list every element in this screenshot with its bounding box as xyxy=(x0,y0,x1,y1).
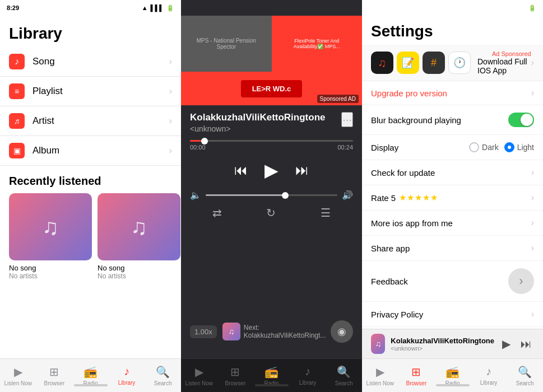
mini-play-button[interactable]: ▶ xyxy=(500,335,513,353)
settings-blur[interactable]: Blur background playing xyxy=(362,105,543,135)
share-chevron-icon: › xyxy=(531,243,534,253)
feedback-arrow-icon: › xyxy=(519,274,523,288)
ad-button[interactable]: LE>R WD.c xyxy=(241,80,303,97)
settings-update[interactable]: Check for update › xyxy=(362,160,543,185)
player-more-button[interactable]: ··· xyxy=(341,112,353,127)
status-bar-library: 8:29 ▲ ▌▌▌ 🔋 xyxy=(0,0,181,16)
signal-icon: ▌▌▌ xyxy=(151,4,164,11)
recently-thumb-1: ♫ xyxy=(9,193,92,260)
more-apps-chevron-icon: › xyxy=(531,218,534,228)
display-light-option[interactable]: Light xyxy=(504,142,534,152)
ad-sponsored-text: Ad Sponsored xyxy=(477,50,531,57)
next-track-icon: ♫ xyxy=(222,323,240,340)
dark-radio[interactable] xyxy=(469,142,479,152)
wifi-icon: ▲ xyxy=(142,4,148,11)
blur-label: Blur background playing xyxy=(371,115,508,125)
display-options: Dark Light xyxy=(469,142,534,152)
browser-icon: ⊞ xyxy=(49,365,59,379)
recently-artist-2: No artists xyxy=(98,272,180,280)
display-dark-option[interactable]: Dark xyxy=(469,142,499,152)
search-nav-icon: 🔍 xyxy=(156,365,170,379)
status-time-library: 8:29 xyxy=(7,4,19,11)
settings-ad-row[interactable]: ♫ 📝 # 🕐 Ad Sponsored Download Full IOS A… xyxy=(362,45,543,81)
radio-icon: 📻 xyxy=(83,365,98,379)
display-label: Display xyxy=(371,143,469,152)
play-button[interactable]: ▶ xyxy=(264,160,279,181)
library-item-artist[interactable]: ♬ Artist › xyxy=(0,106,181,136)
rate-label: Rate 5 xyxy=(371,193,396,203)
ad-info: Ad Sponsored Download Full IOS App xyxy=(477,50,531,75)
more-apps-label: More ios app from me xyxy=(371,218,531,228)
song-icon: ♪ xyxy=(9,54,25,69)
feedback-circle[interactable]: › xyxy=(508,268,534,294)
player-search-icon: 🔍 xyxy=(337,365,351,379)
upgrade-row[interactable]: Upgrade pro version › xyxy=(362,81,543,105)
volume-track[interactable] xyxy=(206,194,337,196)
shuffle-button[interactable]: ⇄ xyxy=(212,206,222,220)
status-time-player: 8:30 xyxy=(369,4,381,11)
playlist-chevron-icon: › xyxy=(169,86,172,96)
player-radio-icon: 📻 xyxy=(264,365,279,379)
battery-icon: 🔋 xyxy=(166,4,174,12)
mini-forward-button[interactable]: ⏭ xyxy=(518,335,534,353)
progress-bar[interactable]: 00:00 00:24 xyxy=(190,140,353,151)
ad-chevron-icon: › xyxy=(531,58,534,68)
stars: ★★★★★ xyxy=(399,193,438,203)
library-nav-icon: ♪ xyxy=(124,365,129,378)
library-title: Library xyxy=(0,18,181,47)
settings-privacy[interactable]: Privacy Policy › xyxy=(362,302,543,327)
speed-button[interactable]: 1.00x xyxy=(190,325,217,338)
settings-feedback[interactable]: Feedback › xyxy=(362,261,543,302)
recently-song-1: No song xyxy=(9,264,92,272)
mini-player-icon: ♫ xyxy=(371,334,385,354)
library-item-playlist[interactable]: ≡ Playlist › xyxy=(0,77,181,106)
library-item-song[interactable]: ♪ Song › xyxy=(0,47,181,77)
settings-mini-player[interactable]: ♫ KolakkuzhalViliKettoRingtone <unknown>… xyxy=(362,329,543,358)
volume-row: 🔈 🔊 xyxy=(190,190,353,200)
settings-listen-icon: ▶ xyxy=(376,365,384,379)
volume-thumb[interactable] xyxy=(282,192,289,199)
forward-button[interactable]: ⏭ xyxy=(295,162,309,178)
settings-more-apps[interactable]: More ios app from me › xyxy=(362,211,543,236)
app-icon-calc: # xyxy=(423,52,445,74)
upgrade-label: Upgrade pro version xyxy=(371,88,531,98)
home-bar-player xyxy=(255,384,289,386)
artist-chevron-icon: › xyxy=(169,116,172,126)
home-bar-settings xyxy=(436,384,470,386)
float-button[interactable]: ◉ xyxy=(331,320,353,343)
library-item-album[interactable]: ▣ Album › xyxy=(0,136,181,166)
ad-app-icons: ♫ 📝 # 🕐 xyxy=(371,52,471,74)
settings-rate[interactable]: Rate 5 ★★★★★ › xyxy=(362,185,543,211)
settings-panel: 8:30 ▲ ▌▌▌ 🔋 Settings ♫ 📝 # 🕐 Ad Sponsor… xyxy=(362,0,543,392)
mini-player-info: KolakkuzhalViliKettoRingtone <unknown> xyxy=(391,337,494,352)
song-label: Song xyxy=(33,56,169,67)
extra-controls: ⇄ ↻ ☰ xyxy=(190,206,353,220)
settings-share[interactable]: Share app › xyxy=(362,236,543,261)
volume-high-icon: 🔊 xyxy=(342,190,353,200)
album-chevron-icon: › xyxy=(169,146,172,156)
recently-card-1[interactable]: ♫ No song No artists xyxy=(9,193,92,280)
album-icon: ▣ xyxy=(9,143,25,158)
settings-title: Settings xyxy=(362,16,543,45)
recently-card-2[interactable]: ♫ No song No artists xyxy=(98,193,180,280)
progress-thumb[interactable] xyxy=(201,138,208,144)
player-listen-icon: ▶ xyxy=(195,365,203,379)
ad-download-text: Download Full IOS App xyxy=(477,57,531,75)
ad-banner[interactable]: MPS - National PensionSpector FlexiPole … xyxy=(181,16,362,105)
album-label: Album xyxy=(33,145,169,156)
ad-left-content: MPS - National PensionSpector xyxy=(181,16,272,72)
music-note-icon-1: ♫ xyxy=(42,214,59,240)
playlist-icon: ≡ xyxy=(9,83,25,99)
light-radio[interactable] xyxy=(504,142,514,152)
rewind-button[interactable]: ⏮ xyxy=(234,162,248,178)
rate-row: Rate 5 ★★★★★ xyxy=(371,193,438,203)
library-panel: 8:29 ▲ ▌▌▌ 🔋 Library ♪ Song › ≡ Playlist… xyxy=(0,0,181,392)
settings-browser-icon: ⊞ xyxy=(411,365,421,379)
settings-display[interactable]: Display Dark Light xyxy=(362,135,543,160)
mini-player-artist: <unknown> xyxy=(391,345,494,352)
float-icon: ◉ xyxy=(337,325,346,338)
repeat-button[interactable]: ↻ xyxy=(266,206,276,220)
ad-sponsored-badge: Sponsored AD xyxy=(317,95,359,103)
queue-button[interactable]: ☰ xyxy=(321,206,331,220)
blur-toggle[interactable] xyxy=(508,113,534,127)
